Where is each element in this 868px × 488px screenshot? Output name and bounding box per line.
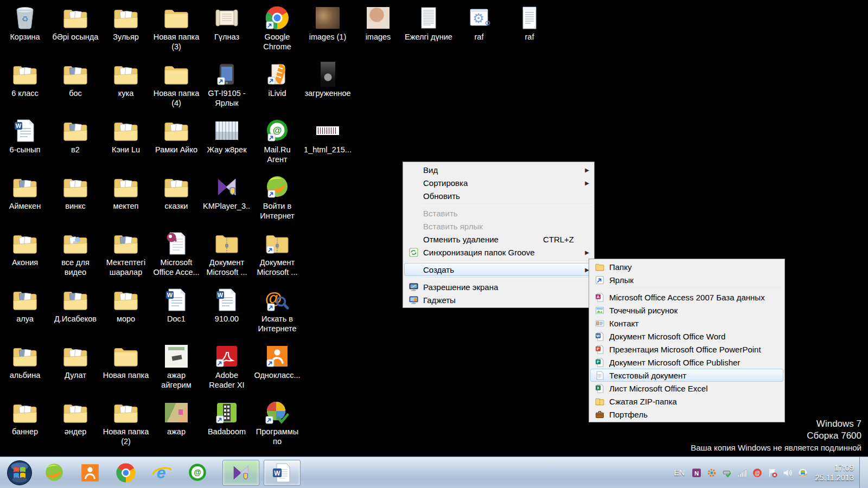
menu-item-label: Вставить <box>423 209 458 218</box>
desktop-icon[interactable]: GT-I9105 - Ярлык <box>203 60 251 108</box>
desktop-icon[interactable]: images <box>354 3 402 42</box>
desktop-icon[interactable]: 6 класс <box>1 60 49 99</box>
desktop-icon[interactable]: Badaboom <box>203 398 251 437</box>
desktop-icon[interactable]: Войти в Интернет <box>253 172 301 221</box>
desktop-icon[interactable]: raf <box>506 3 553 42</box>
create-submenu-item[interactable]: Текстовый документ <box>590 369 783 382</box>
desktop-icon[interactable]: моро <box>102 285 150 324</box>
desktop-icon[interactable]: Дулат <box>52 342 99 381</box>
desktop-icon[interactable]: Ежелгі дүние <box>405 3 452 42</box>
desktop-icon[interactable]: Документ Microsoft ... <box>203 229 251 277</box>
desktop-icon[interactable]: Adobe Reader XI <box>203 342 251 390</box>
desktop-icon[interactable]: сказки <box>152 172 200 211</box>
context-menu-item[interactable]: Гаджеты <box>404 293 593 306</box>
desktop-icon[interactable]: Новая папка (2) <box>102 398 150 446</box>
desktop-icon[interactable]: images (1) <box>304 3 352 42</box>
desktop-icon[interactable]: альбина <box>1 342 49 381</box>
network-tray-icon[interactable] <box>737 468 747 478</box>
show-desktop-button[interactable] <box>859 457 868 488</box>
action-center-tray-icon[interactable] <box>768 468 777 478</box>
gear-tray-icon[interactable] <box>707 468 717 478</box>
create-submenu-item[interactable]: PДокумент Microsoft Office Publisher <box>590 356 783 369</box>
desktop-icon[interactable]: Новая папка (4) <box>152 60 200 108</box>
desktop-icon[interactable]: Новая папка (3) <box>152 3 200 52</box>
desktop-icon[interactable]: iLivid <box>253 60 301 99</box>
internet-taskbar-button[interactable] <box>43 462 65 484</box>
desktop-icon[interactable]: W910.00 <box>203 285 251 324</box>
desktop-icon[interactable]: в2 <box>52 116 99 155</box>
context-menu-item[interactable]: Синхронизация папок Groove▶ <box>404 246 593 259</box>
desktop-icon[interactable]: Гүлназ <box>203 3 251 42</box>
create-submenu-item[interactable]: Сжатая ZIP-папка <box>590 395 783 408</box>
desktop-icon[interactable]: алуа <box>1 285 49 324</box>
desktop-icon-label: загруженное <box>304 89 352 99</box>
desktop-icon[interactable]: W6-сынып <box>1 116 49 155</box>
create-submenu-item[interactable]: Ярлык <box>590 273 783 286</box>
desktop-icon[interactable]: Однокласс... <box>253 342 301 381</box>
word-taskbar-button[interactable]: W <box>264 460 301 486</box>
desktop-icon[interactable]: Жау ж8рек <box>203 116 251 155</box>
onenote-tray-icon[interactable]: N <box>692 468 701 478</box>
chrome-taskbar-button[interactable] <box>115 462 137 484</box>
desktop-icon[interactable]: баннер <box>1 398 49 437</box>
desktop-icon[interactable]: WDoc1 <box>152 285 200 324</box>
desktop-icon[interactable]: Зульяр <box>102 3 150 42</box>
desktop-icon[interactable]: ажар айгерим <box>152 342 200 390</box>
desktop-icon[interactable]: все для видео <box>52 229 99 277</box>
create-submenu-item[interactable]: Папку <box>590 260 783 273</box>
menu-item-label: Презентация Microsoft Office PowerPoint <box>609 345 761 354</box>
language-indicator[interactable]: EN <box>674 468 685 477</box>
desktop-icon[interactable]: загруженное <box>304 60 352 99</box>
create-submenu-item[interactable]: PПрезентация Microsoft Office PowerPoint <box>590 343 783 356</box>
context-menu-item[interactable]: Разрешение экрана <box>404 280 593 293</box>
create-submenu-item[interactable]: AMicrosoft Office Access 2007 База данны… <box>590 291 783 304</box>
desktop-icon[interactable]: әндер <box>52 398 99 437</box>
create-submenu-item[interactable]: Портфель <box>590 408 783 421</box>
windows-update-tray-icon[interactable] <box>798 468 808 478</box>
desktop-icon[interactable]: Д.Исабеков <box>52 285 99 324</box>
desktop-icon[interactable]: Мектептегі шаралар <box>102 229 150 277</box>
desktop-icon[interactable]: Документ Microsoft ... <box>253 229 301 277</box>
context-menu-item[interactable]: Создать▶ <box>404 263 593 276</box>
desktop-icon[interactable]: Программы по умолчан... <box>253 398 301 447</box>
internet-sphere-plain-icon <box>43 462 65 484</box>
desktop-icon[interactable]: KMPlayer_3... <box>203 172 251 211</box>
desktop-icon[interactable]: ⚙⚙raf <box>455 3 503 42</box>
create-submenu-item[interactable]: Контакт <box>590 317 783 330</box>
volume-tray-icon[interactable] <box>783 468 793 478</box>
desktop-icon[interactable]: 1_html_215... <box>304 116 352 155</box>
odnoklassniki-taskbar-button[interactable] <box>79 462 101 484</box>
start-button[interactable] <box>7 460 33 486</box>
desktop-icon[interactable]: мектеп <box>102 172 150 211</box>
desktop-icon[interactable]: Новая папка <box>102 342 150 381</box>
desktop-icon[interactable]: винкс <box>52 172 99 211</box>
desktop-icon[interactable]: @Искать в Интернете <box>253 285 301 333</box>
context-menu-item[interactable]: Отменить удалениеCTRL+Z <box>404 233 593 246</box>
desktop-icon[interactable]: бӘрі осында <box>52 3 99 42</box>
internet-explorer-taskbar-button[interactable]: e <box>151 462 173 484</box>
desktop-icon[interactable]: Microsoft Office Acce... <box>152 229 200 277</box>
desktop-icon[interactable]: Google Chrome <box>253 3 301 52</box>
folder-docs-icon <box>152 172 200 202</box>
mailru-tray-tray-icon[interactable]: @ <box>752 468 762 478</box>
context-menu-item[interactable]: Обновить <box>404 189 593 202</box>
desktop-icon[interactable]: бос <box>52 60 99 99</box>
desktop-icon[interactable]: Рамки Айко <box>152 116 200 155</box>
context-menu-item[interactable]: Вид▶ <box>404 163 593 176</box>
create-submenu-item[interactable]: WДокумент Microsoft Office Word <box>590 330 783 343</box>
desktop-icon[interactable]: Акония <box>1 229 49 268</box>
safely-remove-tray-icon[interactable] <box>722 468 732 478</box>
desktop-icon[interactable]: Аймекен <box>1 172 49 211</box>
desktop-icon[interactable]: ажар <box>152 398 200 437</box>
create-submenu-item[interactable]: Точечный рисунок <box>590 304 783 317</box>
folder-media-icon <box>52 229 99 258</box>
context-menu-item[interactable]: Сортировка▶ <box>404 176 593 189</box>
mailru-agent-taskbar-button[interactable]: @ <box>187 462 208 484</box>
kmplayer-taskbar-button[interactable] <box>222 460 259 486</box>
desktop-icon[interactable]: кука <box>102 60 150 99</box>
desktop-icon[interactable]: ♻Корзина <box>1 3 49 42</box>
desktop-icon[interactable]: @Mail.Ru Агент <box>253 116 301 164</box>
desktop-icon[interactable]: Кэни Lu <box>102 116 150 155</box>
clock[interactable]: 17:09 25.11.2013 <box>815 463 854 483</box>
create-submenu-item[interactable]: XЛист Microsoft Office Excel <box>590 382 783 395</box>
